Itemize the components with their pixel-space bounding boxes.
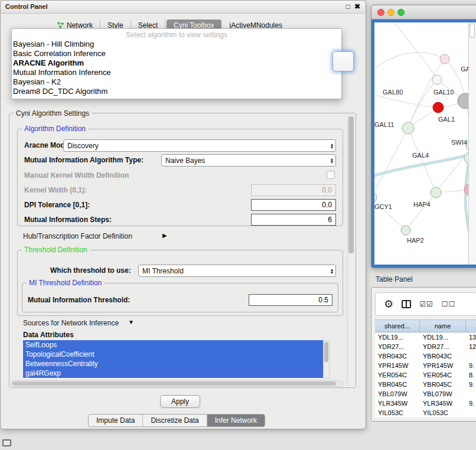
network-node[interactable]	[401, 226, 410, 235]
column-header[interactable]: shared...	[375, 320, 420, 332]
mi-steps-label: Mutual Information Steps:	[24, 215, 112, 224]
node-table: shared... name YDL19... YDL19... 13 YDR2…	[375, 319, 476, 418]
cell: YLR345W	[420, 399, 466, 408]
network-node[interactable]	[440, 54, 449, 64]
which-threshold-select[interactable]: MI Threshold ▴▾	[138, 265, 336, 277]
algorithm-dropdown-popup: Select algorithm to view settings Bayesi…	[11, 28, 342, 99]
cell	[466, 389, 476, 399]
deselect-all-checkboxes-icon[interactable]: ☐☐	[442, 300, 456, 308]
cell: YDL19...	[420, 332, 466, 342]
table-row[interactable]: YBR043C YBR043C	[375, 351, 476, 361]
table-row[interactable]: YBL079W YBL079W	[375, 389, 476, 399]
float-window-icon[interactable]: □	[346, 2, 350, 11]
mi-algorithm-type-select[interactable]: Naive Bayes ▴▾	[161, 154, 336, 167]
control-panel-window: Control Panel □ ✖ Network Style Select C…	[0, 0, 366, 429]
cell: YPR145W	[375, 361, 420, 370]
selected-value: MI Threshold	[142, 267, 184, 275]
table-row[interactable]: YIL053C YIL053C	[375, 408, 476, 418]
expand-right-icon[interactable]: ▶	[162, 232, 167, 239]
list-item[interactable]: BetweennessCentrality	[23, 359, 323, 369]
manual-kernel-width-checkbox[interactable]	[327, 171, 335, 179]
minimize-traffic-light[interactable]	[387, 9, 395, 16]
table-panel-title: Table Panel	[376, 275, 413, 283]
network-node-highlighted[interactable]	[433, 102, 444, 113]
cell: 9.	[466, 361, 476, 370]
settings-scrollbar-thumb[interactable]	[348, 116, 354, 253]
select-all-checkboxes-icon[interactable]: ☑☑	[419, 300, 433, 308]
column-header[interactable]: name	[420, 320, 466, 332]
cell: 12	[466, 342, 476, 351]
node-label: HAP4	[413, 201, 431, 208]
list-item[interactable]: TopologicalCoefficient	[23, 350, 323, 359]
selected-value: Discovery	[67, 142, 99, 150]
dpi-tolerance-label: DPI Tolerance [0,1]:	[24, 200, 90, 210]
table-row[interactable]: YDR27... YDR27... 12	[375, 342, 476, 351]
list-item[interactable]: gal4RGexp	[23, 369, 323, 378]
table-row[interactable]: YDL19... YDL19... 13	[375, 332, 476, 342]
table-row[interactable]: YBR045C YBR045C 9.	[375, 380, 476, 389]
network-node[interactable]	[374, 192, 377, 203]
which-threshold-label: Which threshold to use:	[50, 266, 131, 275]
bottom-tabs: Impute Data Discretize Data Infer Networ…	[88, 414, 265, 427]
data-attributes-list: SelfLoops TopologicalCoefficient Between…	[23, 340, 323, 379]
group-title: Threshold Definition	[22, 246, 90, 254]
node-label: HAP2	[407, 237, 424, 244]
cell: YBR045C	[375, 380, 420, 389]
algorithm-option[interactable]: Dream8 DC_TDC Algorithm	[12, 87, 341, 96]
zoom-traffic-light[interactable]	[397, 9, 405, 16]
kernel-width-label: Kernel Width (0,1):	[24, 185, 87, 195]
column-header[interactable]	[466, 320, 476, 332]
aracne-mode-select[interactable]: Discovery ▴▾	[63, 139, 336, 152]
cell: YBR043C	[375, 351, 420, 361]
cell: YIL053C	[420, 408, 466, 418]
restore-panel-icon[interactable]	[2, 439, 11, 446]
cell: 9.	[466, 399, 476, 408]
network-node[interactable]	[402, 122, 414, 134]
mi-threshold-field[interactable]: 0.5	[249, 294, 332, 306]
network-scrollbar[interactable]	[468, 22, 476, 265]
network-node[interactable]	[431, 187, 441, 198]
algorithm-option[interactable]: Basic Correlation Inference	[12, 49, 341, 58]
network-icon	[57, 22, 64, 28]
dpi-tolerance-field[interactable]: 0.0	[251, 199, 336, 211]
table-header-row: shared... name	[375, 319, 476, 332]
control-panel-titlebar[interactable]: Control Panel □ ✖	[1, 1, 366, 14]
attributes-scrollbar-thumb[interactable]	[324, 342, 328, 362]
algorithm-option[interactable]: Bayesian - K2	[12, 77, 341, 87]
bottom-tab-infer-network[interactable]: Infer Network	[207, 415, 265, 426]
table-row[interactable]: YLR345W YLR345W 9.	[375, 399, 476, 408]
algorithm-option-selected[interactable]: ARACNE Algorithm	[12, 58, 341, 68]
network-window-titlebar[interactable]	[371, 5, 476, 19]
close-icon[interactable]: ✖	[354, 2, 360, 11]
mi-steps-field[interactable]: 6	[251, 214, 336, 226]
mi-threshold-label: Mutual Information Threshold:	[28, 295, 130, 305]
algorithm-option[interactable]: Bayesian - Hill Climbing	[12, 40, 341, 49]
table-row[interactable]: YER054C YER054C 8.	[375, 370, 476, 380]
network-canvas[interactable]: GAL80 GAL10 GAL1 GAL11 SWI4 GAL4 GCY1 HA…	[374, 22, 476, 265]
group-title: Algorithm Definition	[22, 125, 88, 133]
network-node[interactable]	[432, 75, 442, 84]
node-label: GAL10	[433, 89, 454, 96]
kernel-width-field[interactable]: 0.0	[251, 184, 336, 196]
table-toolbar: ⚙ ☑☑ ☐☐	[375, 292, 476, 316]
close-traffic-light[interactable]	[377, 9, 384, 16]
gear-icon[interactable]: ⚙	[384, 299, 393, 309]
cell: YER054C	[375, 370, 420, 380]
node-label: GCY1	[374, 203, 392, 210]
list-item[interactable]: SelfLoops	[23, 340, 323, 350]
collapse-down-icon[interactable]: ▼	[128, 319, 134, 325]
network-view-window: GAL80 GAL10 GAL1 GAL11 SWI4 GAL4 GCY1 HA…	[371, 5, 476, 268]
bottom-tab-discretize-data[interactable]: Discretize Data	[143, 415, 207, 426]
table-row[interactable]: YPR145W YPR145W 9.	[375, 361, 476, 370]
apply-button[interactable]: Apply	[160, 395, 200, 408]
settings-hscrollbar-thumb[interactable]	[12, 381, 336, 386]
algorithm-option[interactable]: Mutual Information Inference	[12, 68, 341, 77]
node-label: GAL4	[412, 152, 429, 159]
cell: YDR27...	[420, 342, 466, 351]
cell: YLR345W	[375, 399, 420, 408]
focused-browse-button[interactable]	[332, 51, 354, 71]
network-scrollbar-thumb[interactable]	[470, 24, 475, 38]
bottom-tab-impute-data[interactable]: Impute Data	[89, 415, 143, 426]
columns-icon[interactable]	[402, 300, 411, 308]
cell	[466, 351, 476, 361]
